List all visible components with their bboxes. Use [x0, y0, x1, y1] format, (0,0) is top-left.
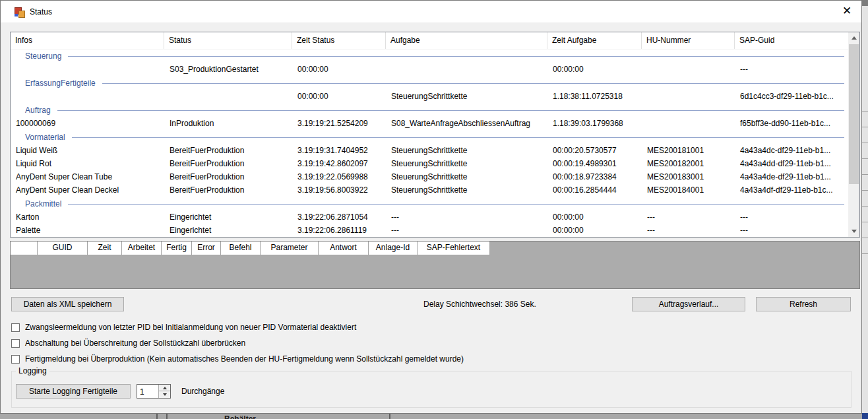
checkbox-label: Zwangsleermeldung von letzter PID bei In…: [25, 323, 356, 332]
table-cell: SteuerungSchrittkette: [386, 90, 547, 103]
table-cell: 3.19:19:42.8602097: [292, 157, 386, 170]
table-row[interactable]: 100000069InProduktion3.19:19:21.5254209S…: [11, 117, 848, 130]
log-column-header-sap-fehlertext[interactable]: SAP-Fehlertext: [418, 242, 490, 255]
group-header-vormaterial: Vormaterial: [11, 130, 848, 144]
durchgaenge-stepper[interactable]: [137, 384, 171, 399]
vertical-scrollbar[interactable]: [848, 32, 859, 237]
table-cell: [642, 63, 735, 76]
log-column-header-fertig[interactable]: Fertig: [162, 242, 192, 255]
close-icon[interactable]: ✕: [838, 3, 856, 20]
group-label: ErfassungFertigteile: [25, 79, 96, 88]
group-line: [102, 83, 844, 84]
checkbox-fertigmeldung[interactable]: Fertigmeldung bei Überproduktion (Kein a…: [11, 354, 464, 364]
table-cell: [642, 117, 735, 130]
table-row[interactable]: AnyDent Super Clean DeckelBereitFuerProd…: [11, 183, 848, 197]
log-column-header-error[interactable]: Error: [192, 242, 221, 255]
column-header-infos[interactable]: Infos: [11, 32, 164, 49]
table-row[interactable]: KartonEingerichtet3.19:22:06.2871054---0…: [11, 210, 848, 224]
stepper-up-icon[interactable]: [159, 385, 170, 391]
status-window: Status ✕ InfosStatusZeit StatusAufgabeZe…: [0, 0, 862, 414]
scroll-down-icon[interactable]: [848, 226, 859, 237]
table-cell: ---: [386, 224, 547, 237]
background-fragment: [862, 0, 868, 6]
table-cell: Liquid Rot: [11, 157, 164, 170]
logging-groupbox: Logging Starte Logging Fertigteile Durch…: [11, 371, 852, 408]
stepper-down-icon[interactable]: [159, 391, 170, 398]
background-fragment: [166, 414, 168, 419]
column-header-sap-guid[interactable]: SAP-Guid: [735, 32, 850, 49]
refresh-button[interactable]: Refresh: [756, 297, 851, 311]
durchgaenge-input[interactable]: [137, 385, 158, 398]
group-label: Steuerung: [25, 51, 61, 61]
table-cell: Eingerichtet: [164, 224, 292, 237]
table-cell: SteuerungSchrittkette: [386, 170, 547, 183]
table-cell: 4a43a4df-df29-11eb-b1c...: [735, 183, 848, 197]
log-grid: GUIDZeitArbeitetFertigErrorBefehlParamet…: [10, 241, 860, 289]
table-cell: MES200184001: [642, 183, 735, 197]
table-cell: BereitFuerProduktion: [164, 183, 292, 197]
column-header-zeit-status[interactable]: Zeit Status: [292, 32, 386, 49]
background-fragment: [156, 414, 158, 419]
table-cell: 00:00:00: [292, 63, 386, 76]
group-header-auftrag: Auftrag: [11, 103, 848, 117]
table-cell: 3.19:19:56.8003922: [292, 183, 386, 197]
table-cell: [642, 90, 735, 103]
table-row[interactable]: S03_ProduktionGestartet00:00:0000:00:00-…: [11, 63, 848, 76]
log-column-header-arbeitet[interactable]: Arbeitet: [122, 242, 162, 255]
checkbox-box[interactable]: [11, 355, 20, 364]
table-cell: 00:00:00: [547, 63, 642, 76]
checkbox-zwangsleermeldung[interactable]: Zwangsleermeldung von letzter PID bei In…: [11, 323, 356, 332]
table-cell: S08_WarteAnfrageAbschliessenAuftrag: [386, 117, 547, 130]
table-cell: [386, 63, 547, 76]
table-row[interactable]: Liquid WeißBereitFuerProduktion3.19:19:3…: [11, 144, 848, 157]
checkbox-abschaltung[interactable]: Abschaltung bei Überschreitung der Solls…: [11, 338, 245, 348]
window-title: Status: [30, 7, 52, 16]
table-row[interactable]: PaletteEingerichtet3.19:22:06.2861119---…: [11, 224, 848, 237]
table-row[interactable]: 00:00:00SteuerungSchrittkette1.18:38:11.…: [11, 90, 848, 103]
start-logging-button[interactable]: Starte Logging Fertigteile: [16, 384, 131, 399]
table-cell: 4a43a4dd-df29-11eb-b1...: [735, 157, 848, 170]
column-header-status[interactable]: Status: [164, 32, 292, 49]
table-cell: 00:00:19.4989301: [547, 157, 642, 170]
table-cell: 3.19:22:06.2871054: [292, 210, 386, 224]
table-cell: Liquid Weiß: [11, 144, 164, 157]
table-cell: 4a43a4de-df29-11eb-b1...: [735, 170, 848, 183]
table-cell: 1.18:38:11.0725318: [547, 90, 642, 103]
log-column-header-zeit[interactable]: Zeit: [88, 242, 122, 255]
save-xml-button[interactable]: Daten als XML speichern: [11, 297, 124, 311]
auftragsverlauf-button[interactable]: Auftragsverlauf...: [632, 297, 745, 311]
log-column-header-anlage-id[interactable]: Anlage-Id: [369, 242, 418, 255]
column-header-zeit-aufgabe[interactable]: Zeit Aufgabe: [547, 32, 642, 49]
scrollbar-thumb[interactable]: [849, 44, 859, 184]
stepper-buttons: [158, 385, 170, 398]
table-cell: ---: [735, 63, 848, 76]
table-cell: 00:00:18.9723384: [547, 170, 642, 183]
delay-label: Delay Schichtwechsel: 386 Sek.: [423, 300, 536, 309]
log-column-header-guid[interactable]: GUID: [38, 242, 88, 255]
checkbox-label: Abschaltung bei Überschreitung der Solls…: [25, 338, 245, 348]
table-cell: ---: [735, 224, 848, 237]
table-cell: 3.19:19:22.0569988: [292, 170, 386, 183]
background-window-sliver: [862, 0, 868, 419]
log-column-header-antwort[interactable]: Antwort: [319, 242, 369, 255]
column-header-hu-nummer[interactable]: HU-Nummer: [642, 32, 735, 49]
checkbox-box[interactable]: [11, 323, 20, 332]
table-cell: ---: [735, 210, 848, 224]
log-column-header-blank[interactable]: [11, 242, 38, 255]
table-cell: SteuerungSchrittkette: [386, 157, 547, 170]
scroll-up-icon[interactable]: [848, 32, 859, 44]
durchgaenge-label: Durchgänge: [181, 387, 224, 396]
table-cell: AnyDent Super Clean Deckel: [11, 183, 164, 197]
log-column-header-parameter[interactable]: Parameter: [261, 242, 319, 255]
log-column-header-befehl[interactable]: Befehl: [221, 242, 261, 255]
column-header-aufgabe[interactable]: Aufgabe: [386, 32, 547, 49]
title-bar[interactable]: Status ✕: [1, 1, 861, 22]
table-row[interactable]: Liquid RotBereitFuerProduktion3.19:19:42…: [11, 157, 848, 170]
table-cell: 00:00:20.5730577: [547, 144, 642, 157]
table-cell: BereitFuerProduktion: [164, 144, 292, 157]
group-line: [68, 204, 844, 205]
table-cell: Eingerichtet: [164, 210, 292, 224]
group-line: [72, 137, 844, 138]
table-row[interactable]: AnyDent Super Clean TubeBereitFuerProduk…: [11, 170, 848, 183]
checkbox-box[interactable]: [11, 339, 20, 348]
